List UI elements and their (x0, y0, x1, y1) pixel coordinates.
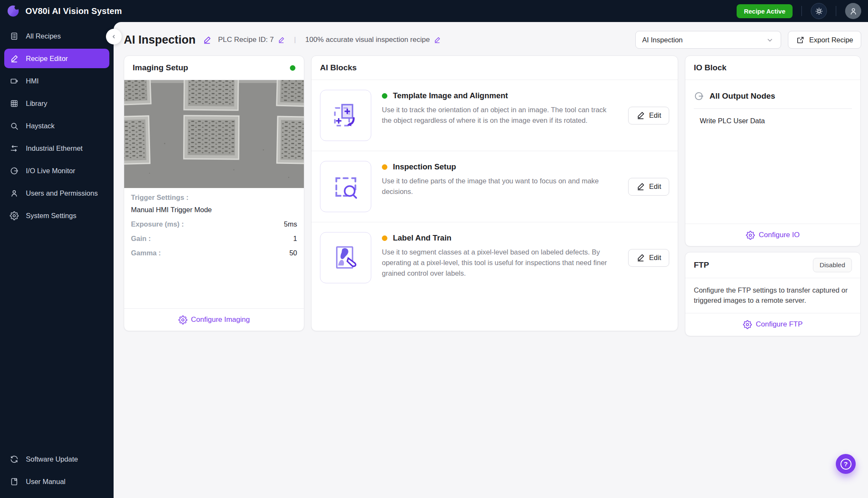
edit-title-icon[interactable] (203, 36, 211, 44)
plc-recipe-id: PLC Recipe ID: 7 (218, 36, 285, 44)
sidebar-item-library[interactable]: Library (4, 94, 109, 113)
recipe-description: 100% accurate visual inspection recipe (305, 36, 441, 44)
sidebar-item-all-recipes[interactable]: All Recipes (4, 26, 109, 46)
sidebar-item-users-permissions[interactable]: Users and Permissions (4, 183, 109, 203)
sidebar-item-recipe-editor[interactable]: Recipe Editor (4, 49, 109, 68)
ai-block-title: Template Image and Alignment (393, 91, 508, 100)
edit-label-train-button[interactable]: Edit (628, 249, 669, 267)
trigger-settings-label: Trigger Settings : (131, 194, 297, 202)
sidebar-item-hmi[interactable]: HMI (4, 71, 109, 91)
gear-icon (746, 231, 755, 240)
sun-icon (815, 7, 823, 16)
account-avatar-button[interactable] (845, 3, 861, 19)
edit-plc-id-icon[interactable] (278, 36, 285, 44)
pencil-icon (10, 54, 19, 63)
output-nodes-icon (694, 91, 704, 101)
edit-button-label: Edit (649, 111, 661, 119)
io-block-card: IO Block All Output Nodes Write PLC User… (685, 55, 861, 246)
camera-preview-image (124, 80, 304, 188)
sidebar-nav: All Recipes Recipe Editor HMI Library Ha… (0, 22, 114, 498)
sidebar-footer: Software Update User Manual (4, 449, 109, 491)
ai-block-template-alignment: Template Image and Alignment Use it to t… (312, 80, 678, 151)
status-dot-amber (382, 164, 387, 170)
ai-block-inspection-setup: Inspection Setup Use it to define parts … (312, 151, 678, 222)
swap-arrows-icon (10, 144, 19, 153)
question-mark-icon: ? (840, 459, 851, 470)
ai-blocks-title: AI Blocks (320, 63, 357, 72)
ai-block-description: Use it to segment classes at a pixel-lev… (382, 247, 618, 279)
configure-io-link[interactable]: Configure IO (746, 231, 799, 240)
help-button[interactable]: ? (836, 454, 856, 474)
imaging-setup-title: Imaging Setup (133, 63, 188, 72)
sidebar-item-io-live-monitor[interactable]: I/O Live Monitor (4, 161, 109, 180)
edit-description-icon[interactable] (434, 36, 441, 44)
gain-label: Gain : (131, 235, 151, 243)
sidebar-item-label: Library (26, 100, 47, 108)
ftp-card: FTP Disabled Configure the FTP settings … (685, 252, 861, 336)
gear-icon (10, 211, 19, 220)
configure-io-label: Configure IO (759, 231, 799, 239)
sidebar-collapse-button[interactable] (106, 29, 122, 44)
header-separator: | (294, 36, 296, 44)
ai-block-title: Label And Train (393, 233, 451, 243)
sidebar-item-label: Software Update (26, 455, 78, 463)
theme-toggle-button[interactable] (811, 3, 827, 19)
trigger-mode-value: Manual HMI Trigger Mode (131, 206, 297, 214)
sidebar-item-label: HMI (26, 77, 39, 85)
sidebar-item-label: I/O Live Monitor (26, 167, 75, 175)
ai-block-title: Inspection Setup (393, 162, 456, 172)
page-header: AI Inspection PLC Recipe ID: 7 | 100% ac… (114, 22, 868, 55)
app-title: OV80i AI Vision System (25, 6, 731, 16)
export-recipe-label: Export Recipe (809, 36, 853, 44)
ai-blocks-card: AI Blocks (311, 55, 678, 331)
exposure-label: Exposure (ms) : (131, 220, 184, 228)
sidebar-item-label: Users and Permissions (26, 189, 98, 197)
imaging-setup-card: Imaging Setup (124, 55, 304, 331)
ai-block-description: Use it to define parts of the image that… (382, 176, 618, 197)
edit-inspection-setup-button[interactable]: Edit (628, 178, 669, 196)
recipe-select-dropdown[interactable]: AI Inspection (635, 31, 781, 49)
ai-block-label-train: Label And Train Use it to segment classe… (312, 222, 678, 293)
content-columns: Imaging Setup (114, 55, 868, 336)
sidebar-item-user-manual[interactable]: User Manual (4, 472, 109, 491)
sidebar-item-label: Haystack (26, 122, 55, 130)
template-alignment-icon (320, 90, 371, 141)
status-dot-green (382, 93, 387, 99)
gear-icon (178, 315, 187, 324)
user-icon (10, 189, 19, 198)
ftp-status-badge: Disabled (813, 258, 852, 272)
sidebar-item-haystack[interactable]: Haystack (4, 116, 109, 136)
ai-block-description: Use it to track the orientation of an ob… (382, 105, 618, 126)
refresh-icon (10, 455, 19, 464)
pencil-icon (636, 111, 645, 120)
topbar-divider (801, 6, 802, 16)
sidebar-item-system-settings[interactable]: System Settings (4, 206, 109, 225)
circle-arrow-icon (10, 166, 19, 175)
pencil-icon (636, 182, 645, 191)
edit-button-label: Edit (649, 183, 661, 191)
label-train-icon (320, 232, 371, 283)
sidebar-item-label: Recipe Editor (26, 55, 68, 63)
search-icon (10, 122, 19, 130)
ftp-description: Configure the FTP settings to transfer c… (685, 278, 860, 313)
status-dot-amber (382, 235, 387, 241)
edit-template-alignment-button[interactable]: Edit (628, 107, 669, 125)
export-recipe-button[interactable]: Export Recipe (788, 31, 861, 49)
manual-book-icon (10, 477, 19, 486)
top-bar: OV80i AI Vision System Recipe Active (0, 0, 868, 22)
configure-ftp-link[interactable]: Configure FTP (743, 320, 803, 329)
chevron-left-icon (109, 32, 118, 41)
sidebar-item-label: System Settings (26, 212, 76, 220)
sidebar-item-software-update[interactable]: Software Update (4, 449, 109, 469)
grid-icon (10, 99, 19, 108)
gamma-value: 50 (289, 249, 297, 257)
all-output-nodes-title: All Output Nodes (709, 91, 775, 101)
exposure-value: 5ms (284, 220, 297, 228)
recipe-active-badge: Recipe Active (737, 4, 793, 18)
output-node-item: Write PLC User Data (694, 109, 852, 125)
sidebar-item-industrial-ethernet[interactable]: Industrial Ethernet (4, 138, 109, 158)
configure-imaging-label: Configure Imaging (191, 315, 250, 324)
gear-icon (743, 320, 752, 329)
hmi-monitor-icon (10, 77, 19, 86)
configure-imaging-link[interactable]: Configure Imaging (178, 315, 250, 324)
